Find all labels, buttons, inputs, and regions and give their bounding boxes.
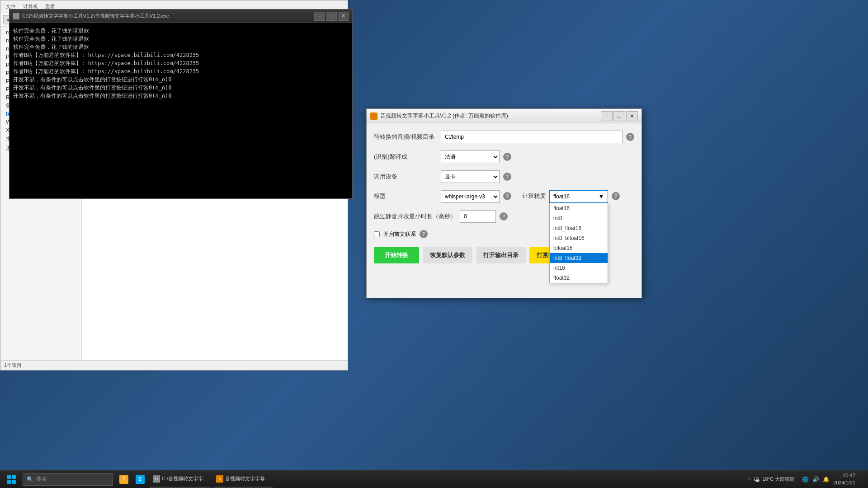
taskbar-right: ^ 🌤 18°C 大部晴朗 🌐 🔊 🔔 20:47 2024/1/21 bbox=[743, 470, 868, 488]
taskbar-item-label-1: C:\音视频转文字字... bbox=[162, 475, 207, 482]
directory-input[interactable] bbox=[441, 131, 623, 143]
console-window: C:\音视频转文字字幕小工具V1.2\音视频转文字字幕小工具V1.2.exe －… bbox=[9, 9, 353, 199]
status-text: 1个项目 bbox=[4, 362, 22, 369]
console-app-icon bbox=[13, 13, 19, 19]
precision-label: 计算精度 bbox=[522, 190, 546, 200]
status-bar: 1个项目 bbox=[0, 360, 348, 370]
clock[interactable]: 20:47 2024/1/21 bbox=[833, 472, 855, 486]
tray-icons: 🌐 🔊 🔔 bbox=[802, 476, 830, 483]
show-desktop-button[interactable] bbox=[859, 470, 863, 488]
console-line-7: 开发不易，有条件的可以点击软件里的打赏按钮进行打赏0(∩_∩)0 bbox=[13, 75, 349, 84]
device-row: 调用设备 显卡 ? bbox=[374, 170, 634, 183]
directory-label: 待转换的音频/视频目录 bbox=[374, 133, 437, 141]
taskbar-items: F E C C:\音视频转文字字... A 音视频转文字字幕... bbox=[113, 471, 743, 488]
taskbar-item-label-2: 音视频转文字字幕... bbox=[225, 475, 269, 482]
console-close-button[interactable]: ✕ bbox=[338, 12, 349, 21]
context-checkbox[interactable] bbox=[374, 231, 380, 237]
console-line-4: 作者B站【万能君的软件库】: https://space.bilibili.co… bbox=[13, 51, 349, 59]
precision-help-icon[interactable]: ? bbox=[612, 192, 620, 200]
precision-selected-value: float16 bbox=[553, 193, 570, 200]
taskbar: 🔍 搜索 F E C C:\音视频转文字字... A 音视频转文字字幕... ^… bbox=[0, 470, 868, 488]
taskbar-search-icon: 🔍 bbox=[27, 476, 33, 483]
device-select[interactable]: 显卡 bbox=[441, 170, 500, 183]
app-minimize-button[interactable]: － bbox=[601, 111, 613, 121]
option-float16[interactable]: float16 bbox=[550, 203, 608, 213]
app-window-icon bbox=[370, 113, 377, 120]
model-help-icon[interactable]: ? bbox=[503, 192, 511, 200]
option-int8-bfloat16[interactable]: int8_bfloat16 bbox=[550, 233, 608, 243]
taskbar-icon-1: F bbox=[119, 475, 128, 484]
clock-date: 2024/1/21 bbox=[833, 479, 855, 486]
console-line-2: 软件完全免费，花了钱的请退款 bbox=[13, 35, 349, 43]
silence-help-icon[interactable]: ? bbox=[500, 212, 508, 221]
app-titlebar: 音视频转文字字幕小工具V1.2 (作者: 万能君的软件库) － □ ✕ bbox=[367, 109, 642, 123]
tray-weather-text: 18°C 大部晴朗 bbox=[762, 476, 795, 483]
win-square-2 bbox=[12, 475, 16, 479]
taskbar-icon-2: E bbox=[136, 475, 145, 484]
silence-label: 跳过静音片段最小时长（毫秒） bbox=[374, 212, 456, 221]
start-button[interactable]: 开始转换 bbox=[374, 247, 419, 263]
app-title: 音视频转文字字幕小工具V1.2 (作者: 万能君的软件库) bbox=[380, 112, 601, 120]
console-maximize-button[interactable]: □ bbox=[326, 12, 337, 21]
precision-dropdown-arrow: ▼ bbox=[599, 193, 604, 200]
app-titlebar-buttons: － □ ✕ bbox=[601, 111, 638, 121]
app-maximize-button[interactable]: □ bbox=[613, 111, 625, 121]
sys-tray: ^ 🌤 18°C 大部晴朗 bbox=[748, 476, 795, 483]
volume-icon[interactable]: 🔊 bbox=[812, 476, 819, 483]
taskbar-pinned-2[interactable]: E bbox=[133, 471, 147, 488]
tray-weather-icon: 🌤 bbox=[753, 476, 760, 483]
console-line-9: 开发不易，有条件的可以点击软件里的打赏按钮进行打赏0(∩_∩)0 bbox=[13, 92, 349, 100]
console-line-3: 软件完全免费，花了钱的请退款 bbox=[13, 43, 349, 51]
taskbar-icon-app: A bbox=[216, 475, 223, 483]
translate-label: (识别)翻译成 bbox=[374, 153, 437, 161]
option-int8-float16[interactable]: int8_float16 bbox=[550, 223, 608, 233]
console-line-1: 软件完全免费，花了钱的请退款 bbox=[13, 27, 349, 35]
console-minimize-button[interactable]: － bbox=[314, 12, 325, 21]
app-content: 待转换的音频/视频目录 ? (识别)翻译成 法语 ? 调用设备 显卡 ? bbox=[367, 123, 642, 298]
precision-dropdown-container: float16 ▼ float16 int8 int8_float16 int8… bbox=[549, 190, 608, 203]
start-button-taskbar[interactable] bbox=[0, 470, 23, 488]
win-square-4 bbox=[12, 480, 16, 484]
notification-icon[interactable]: 🔔 bbox=[823, 476, 830, 483]
console-line-5: 作者B站【万能君的软件库】: https://space.bilibili.co… bbox=[13, 59, 349, 67]
precision-dropdown[interactable]: float16 ▼ bbox=[549, 190, 608, 203]
console-titlebar-buttons: － □ ✕ bbox=[314, 12, 349, 21]
console-line-8: 开发不易，有条件的可以点击软件里的打赏按钮进行打赏0(∩_∩)0 bbox=[13, 84, 349, 92]
console-line-6: 作者B站【万能君的软件库】: https://space.bilibili.co… bbox=[13, 67, 349, 75]
model-label: 模型 bbox=[374, 190, 437, 200]
option-float32[interactable]: float32 bbox=[550, 273, 608, 283]
option-int8[interactable]: int8 bbox=[550, 213, 608, 223]
silence-input[interactable] bbox=[460, 210, 496, 223]
translate-select[interactable]: 法语 bbox=[441, 150, 500, 163]
model-select[interactable]: whisper-large-v3 bbox=[441, 190, 500, 203]
option-int16[interactable]: int16 bbox=[550, 263, 608, 273]
clock-time: 20:47 bbox=[833, 472, 855, 479]
option-bfloat16[interactable]: bfloat16 bbox=[550, 243, 608, 253]
reset-button[interactable]: 恢复默认参数 bbox=[423, 247, 472, 263]
win-square-3 bbox=[7, 480, 11, 484]
taskbar-search-text: 搜索 bbox=[36, 475, 47, 483]
windows-logo-icon bbox=[7, 475, 16, 484]
console-titlebar: C:\音视频转文字字幕小工具V1.2\音视频转文字字幕小工具V1.2.exe －… bbox=[9, 9, 352, 23]
directory-help-icon[interactable]: ? bbox=[626, 133, 634, 141]
network-icon[interactable]: 🌐 bbox=[802, 476, 809, 483]
app-close-button[interactable]: ✕ bbox=[626, 111, 638, 121]
taskbar-item-console[interactable]: C C:\音视频转文字字... bbox=[149, 471, 211, 488]
device-label: 调用设备 bbox=[374, 173, 437, 181]
console-content: 软件完全免费，花了钱的请退款 软件完全免费，花了钱的请退款 软件完全免费，花了钱… bbox=[9, 23, 352, 198]
option-int8-float32[interactable]: int8_float32 bbox=[550, 253, 608, 263]
console-title: C:\音视频转文字字幕小工具V1.2\音视频转文字字幕小工具V1.2.exe bbox=[22, 13, 314, 19]
output-button[interactable]: 打开输出目录 bbox=[476, 247, 526, 263]
taskbar-pinned-1[interactable]: F bbox=[117, 471, 131, 488]
taskbar-item-app[interactable]: A 音视频转文字字幕... bbox=[212, 471, 273, 488]
context-label: 开启前文联系 bbox=[383, 230, 416, 238]
tray-expand-icon[interactable]: ^ bbox=[748, 477, 750, 482]
context-help-icon[interactable]: ? bbox=[420, 230, 428, 238]
taskbar-search-box[interactable]: 🔍 搜索 bbox=[23, 473, 113, 486]
app-window: 音视频转文字字幕小工具V1.2 (作者: 万能君的软件库) － □ ✕ 待转换的… bbox=[366, 108, 642, 298]
desktop: C:\音视频转文字字幕小工具V1.2\音视频转文字字幕小工具V1.2.exe －… bbox=[0, 0, 868, 488]
translate-help-icon[interactable]: ? bbox=[503, 153, 511, 161]
model-precision-row: 模型 whisper-large-v3 ? 计算精度 float16 ▼ flo… bbox=[374, 190, 634, 203]
device-help-icon[interactable]: ? bbox=[503, 173, 511, 181]
taskbar-icon-console: C bbox=[153, 475, 160, 483]
